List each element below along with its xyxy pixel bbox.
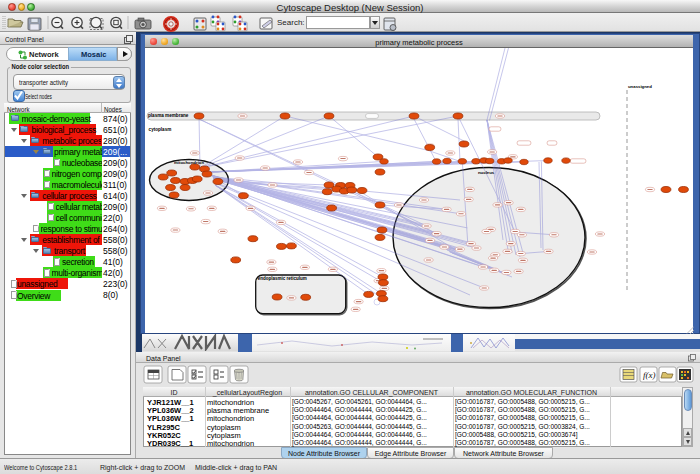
svg-text:f(x): f(x) xyxy=(643,370,656,380)
svg-text:mitochondrion: mitochondrion xyxy=(174,160,204,165)
svg-text:endoplasmic reticulum: endoplasmic reticulum xyxy=(258,276,307,281)
svg-text:nucleus: nucleus xyxy=(478,170,495,175)
svg-text:unassigned: unassigned xyxy=(628,84,652,89)
svg-text:plasma membrane: plasma membrane xyxy=(148,113,189,118)
svg-text:cytoplasm: cytoplasm xyxy=(149,127,172,132)
